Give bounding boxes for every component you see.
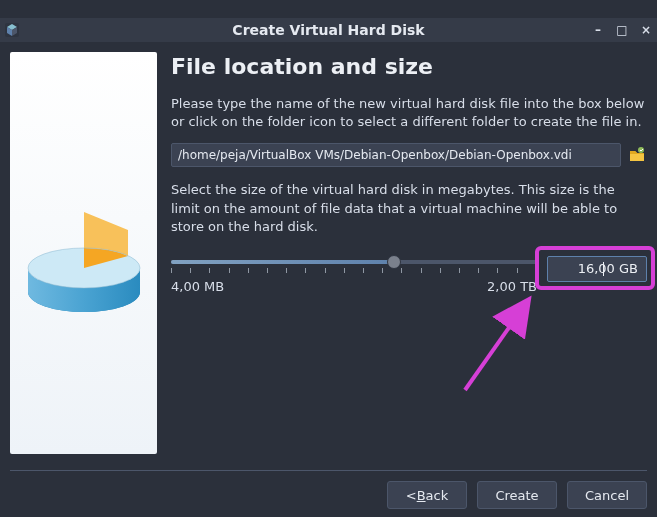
desktop-panel-strip xyxy=(0,0,657,18)
minimize-button[interactable]: – xyxy=(591,23,605,37)
file-path-input[interactable]: /home/peja/VirtualBox VMs/Debian-Openbox… xyxy=(171,143,621,167)
text-caret xyxy=(603,262,604,276)
size-slider-thumb[interactable] xyxy=(387,255,401,269)
wizard-banner xyxy=(10,52,157,454)
size-min-label: 4,00 MB xyxy=(171,279,224,294)
back-button[interactable]: < Back xyxy=(387,481,467,509)
disk-size-description: Select the size of the virtual hard disk… xyxy=(171,181,647,236)
file-location-description: Please type the name of the new virtual … xyxy=(171,95,647,131)
maximize-button[interactable]: □ xyxy=(615,23,629,37)
svg-point-4 xyxy=(638,147,644,153)
size-value-input[interactable]: 16,00 GB xyxy=(547,256,647,282)
size-slider-fill xyxy=(171,260,394,264)
wizard-main: File location and size Please type the n… xyxy=(171,52,647,456)
titlebar: Create Virtual Hard Disk – □ × xyxy=(0,18,657,42)
browse-folder-button[interactable] xyxy=(627,145,647,165)
page-title: File location and size xyxy=(171,54,647,79)
dialog-body: File location and size Please type the n… xyxy=(0,42,657,517)
size-max-label: 2,00 TB xyxy=(487,279,537,294)
create-button[interactable]: Create xyxy=(477,481,557,509)
virtualbox-app-icon xyxy=(4,22,20,38)
size-slider[interactable] xyxy=(171,260,537,264)
window-title: Create Virtual Hard Disk xyxy=(0,22,657,38)
dialog-footer: < Back Create Cancel xyxy=(10,470,647,509)
slider-ticks xyxy=(171,268,537,273)
cancel-button[interactable]: Cancel xyxy=(567,481,647,509)
close-button[interactable]: × xyxy=(639,23,653,37)
